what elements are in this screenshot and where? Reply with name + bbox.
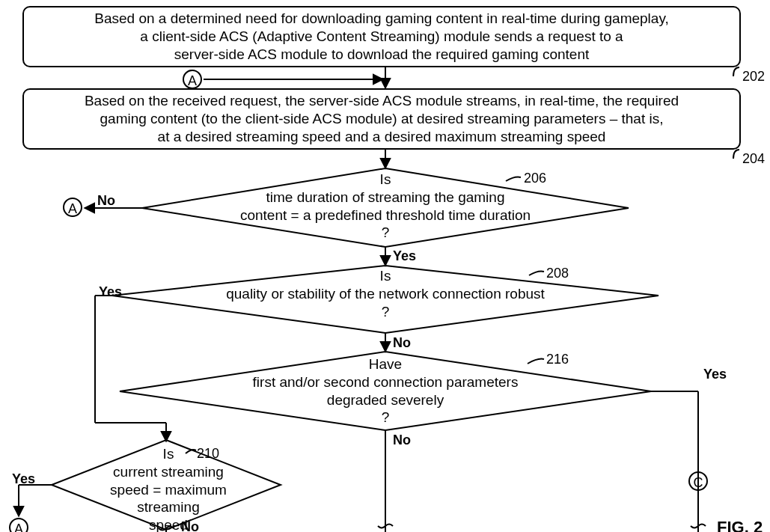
svg-marker-3 (142, 168, 629, 247)
svg-marker-16 (52, 440, 281, 530)
flow-lines (0, 0, 770, 532)
svg-marker-12 (120, 352, 651, 430)
svg-marker-6 (112, 266, 659, 333)
